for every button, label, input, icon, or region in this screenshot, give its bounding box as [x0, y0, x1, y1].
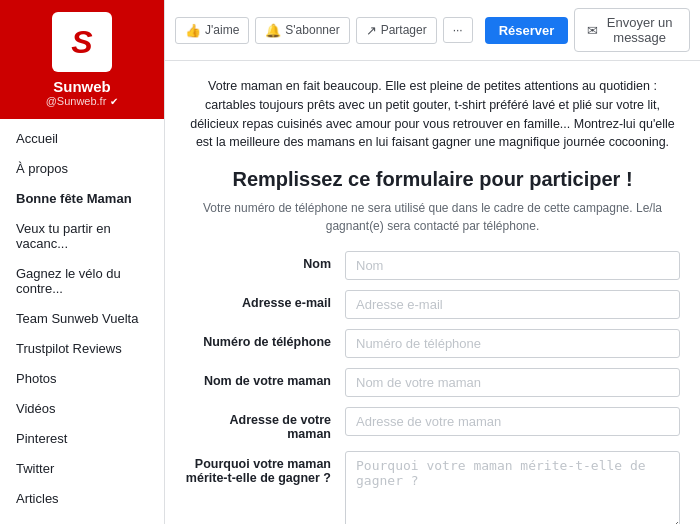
message-icon: ✉ [587, 23, 598, 38]
sidebar-nav-item[interactable]: Gagnez le vélo du contre... [4, 259, 160, 303]
form-textarea[interactable] [345, 451, 680, 524]
form-field-label: Numéro de téléphone [185, 329, 345, 349]
brand-name: Sunweb [53, 78, 111, 95]
sidebar-nav-item[interactable]: Accueil [4, 124, 160, 153]
sidebar-nav-item[interactable]: Photos [4, 364, 160, 393]
top-bar: 👍 J'aime 🔔 S'abonner ↗ Partager ··· Rése… [165, 0, 700, 61]
sidebar-nav-item[interactable]: Veux tu partir en vacanc... [4, 214, 160, 258]
form-row: Nom [185, 251, 680, 280]
intro-text: Votre maman en fait beaucoup. Elle est p… [185, 77, 680, 152]
form: NomAdresse e-mailNuméro de téléphoneNom … [185, 251, 680, 524]
form-row: Adresse de votre maman [185, 407, 680, 441]
form-row: Numéro de téléphone [185, 329, 680, 358]
sidebar-nav-item[interactable]: Vidéos [4, 394, 160, 423]
logo-letter: S [71, 24, 92, 61]
subscribe-icon: 🔔 [265, 23, 281, 38]
form-field-input[interactable] [345, 407, 680, 436]
more-button[interactable]: ··· [443, 17, 473, 43]
form-field-input[interactable] [345, 251, 680, 280]
subscribe-button[interactable]: 🔔 S'abonner [255, 17, 349, 44]
sidebar-header: S Sunweb @Sunweb.fr ✔ [0, 0, 164, 119]
brand-handle: @Sunweb.fr [46, 95, 107, 107]
sidebar-nav-item[interactable]: Articles [4, 484, 160, 513]
sidebar-nav-item[interactable]: Twitter [4, 454, 160, 483]
share-label: Partager [381, 23, 427, 37]
content-area: Votre maman en fait beaucoup. Elle est p… [165, 61, 700, 524]
form-field-input[interactable] [345, 329, 680, 358]
sidebar-nav-item[interactable]: À propos [4, 154, 160, 183]
verified-icon: ✔ [110, 96, 118, 107]
form-field-label: Adresse de votre maman [185, 407, 345, 441]
form-field-label: Nom de votre maman [185, 368, 345, 388]
form-field-label: Adresse e-mail [185, 290, 345, 310]
like-button[interactable]: 👍 J'aime [175, 17, 249, 44]
form-row: Adresse e-mail [185, 290, 680, 319]
send-message-button[interactable]: ✉ Envoyer un message [574, 8, 690, 52]
form-field-label: Nom [185, 251, 345, 271]
sidebar: S Sunweb @Sunweb.fr ✔ AccueilÀ proposBon… [0, 0, 165, 524]
like-icon: 👍 [185, 23, 201, 38]
share-button[interactable]: ↗ Partager [356, 17, 437, 44]
form-title: Remplissez ce formulaire pour participer… [185, 168, 680, 191]
form-field-input[interactable] [345, 290, 680, 319]
like-label: J'aime [205, 23, 239, 37]
subscribe-label: S'abonner [285, 23, 339, 37]
message-label: Envoyer un message [602, 15, 677, 45]
sidebar-nav-item[interactable]: Team Sunweb Vuelta [4, 304, 160, 333]
form-row: Nom de votre maman [185, 368, 680, 397]
sidebar-nav-item[interactable]: Welcome [4, 514, 160, 524]
sidebar-nav-item[interactable]: Bonne fête Maman [4, 184, 160, 213]
form-textarea-row: Pourquoi votre maman mérite-t-elle de ga… [185, 451, 680, 524]
more-label: ··· [453, 23, 463, 37]
reserve-button[interactable]: Réserver [485, 17, 569, 44]
form-field-input[interactable] [345, 368, 680, 397]
share-icon: ↗ [366, 23, 377, 38]
main-area: 👍 J'aime 🔔 S'abonner ↗ Partager ··· Rése… [165, 0, 700, 524]
sidebar-nav: AccueilÀ proposBonne fête MamanVeux tu p… [0, 119, 164, 524]
sidebar-nav-item[interactable]: Trustpilot Reviews [4, 334, 160, 363]
form-subtitle: Votre numéro de téléphone ne sera utilis… [185, 199, 680, 235]
brand-logo: S [52, 12, 112, 72]
sidebar-nav-item[interactable]: Pinterest [4, 424, 160, 453]
form-textarea-label: Pourquoi votre maman mérite-t-elle de ga… [185, 451, 345, 485]
